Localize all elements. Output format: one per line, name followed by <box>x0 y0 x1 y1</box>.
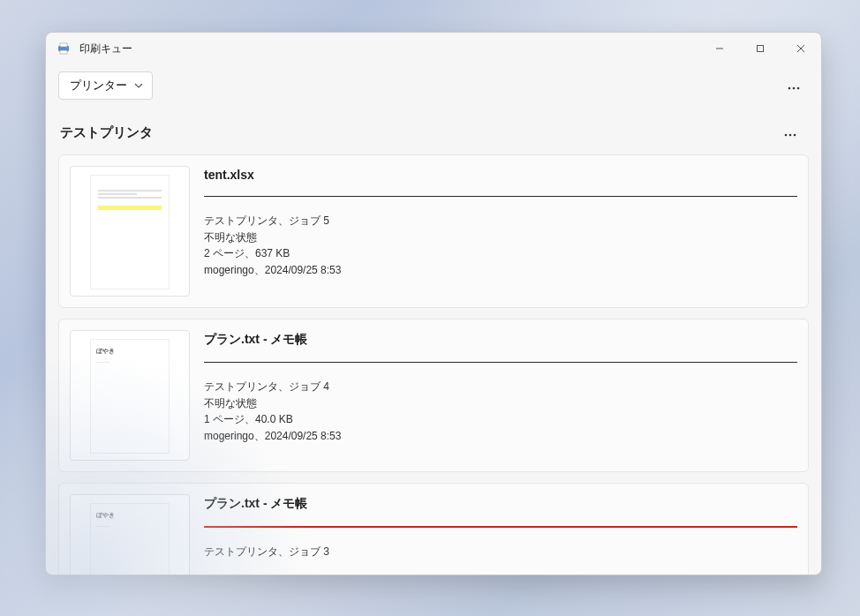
close-button[interactable] <box>781 33 821 64</box>
print-queue-window: 印刷キュー プリンター テストプリンタ <box>45 32 822 575</box>
job-body: プラン.txt - メモ帳テストプリンタ、ジョブ 4不明な状態1 ページ、40.… <box>204 330 797 461</box>
svg-point-3 <box>66 47 68 49</box>
svg-rect-1 <box>60 43 67 47</box>
toolbar-more-button[interactable] <box>779 72 809 99</box>
job-filename: プラン.txt - メモ帳 <box>204 494 797 512</box>
chevron-down-icon <box>134 79 143 93</box>
titlebar[interactable]: 印刷キュー <box>46 33 821 64</box>
svg-point-11 <box>785 134 788 137</box>
printer-dropdown[interactable]: プリンター <box>58 71 153 100</box>
job-pages-size: 1 ページ、40.0 KB <box>204 411 797 428</box>
job-thumbnail: ぼやき........ <box>70 494 190 575</box>
svg-point-10 <box>797 87 800 90</box>
job-separator <box>204 196 797 197</box>
job-printer-line: テストプリンタ、ジョブ 5 <box>204 213 797 229</box>
job-owner-time: mogeringo、2024/09/25 8:53 <box>204 262 797 279</box>
job-owner-time: mogeringo、2024/09/25 8:53 <box>204 428 797 445</box>
job-thumbnail <box>70 166 190 297</box>
job-card[interactable]: ぼやき........プラン.txt - メモ帳テストプリンタ、ジョブ 4不明な… <box>58 319 809 472</box>
printer-section-header: テストプリンタ <box>46 103 821 154</box>
ellipsis-icon <box>784 124 796 140</box>
job-filename: プラン.txt - メモ帳 <box>204 330 797 348</box>
window-controls <box>699 33 821 64</box>
job-card[interactable]: tent.xlsxテストプリンタ、ジョブ 5不明な状態2 ページ、637 KBm… <box>58 154 809 308</box>
job-pages-size: 2 ページ、637 KB <box>204 245 797 262</box>
svg-rect-5 <box>758 46 764 52</box>
job-separator <box>204 362 797 363</box>
svg-point-13 <box>794 134 796 137</box>
maximize-button[interactable] <box>740 33 781 64</box>
printer-dropdown-label: プリンター <box>70 78 127 94</box>
svg-point-12 <box>789 134 792 137</box>
job-body: tent.xlsxテストプリンタ、ジョブ 5不明な状態2 ページ、637 KBm… <box>204 166 797 297</box>
window-title: 印刷キュー <box>79 41 132 56</box>
job-list[interactable]: tent.xlsxテストプリンタ、ジョブ 5不明な状態2 ページ、637 KBm… <box>46 154 821 575</box>
toolbar: プリンター <box>46 64 821 103</box>
job-meta: テストプリンタ、ジョブ 3 <box>204 544 797 560</box>
svg-point-9 <box>793 87 796 90</box>
job-filename: tent.xlsx <box>204 166 797 182</box>
job-thumbnail: ぼやき........ <box>70 330 190 461</box>
job-card[interactable]: ぼやき........プラン.txt - メモ帳テストプリンタ、ジョブ 3 <box>58 483 809 575</box>
printer-app-icon <box>57 41 71 56</box>
svg-rect-2 <box>60 50 67 54</box>
job-printer-line: テストプリンタ、ジョブ 4 <box>204 379 797 395</box>
ellipsis-icon <box>788 78 800 94</box>
printer-more-button[interactable] <box>775 119 805 146</box>
minimize-button[interactable] <box>699 33 740 64</box>
job-meta: テストプリンタ、ジョブ 5不明な状態2 ページ、637 KBmogeringo、… <box>204 213 797 278</box>
job-status: 不明な状態 <box>204 395 797 412</box>
job-printer-line: テストプリンタ、ジョブ 3 <box>204 544 797 560</box>
printer-name: テストプリンタ <box>60 124 153 141</box>
job-separator <box>204 526 797 528</box>
job-meta: テストプリンタ、ジョブ 4不明な状態1 ページ、40.0 KBmogeringo… <box>204 379 797 444</box>
job-body: プラン.txt - メモ帳テストプリンタ、ジョブ 3 <box>204 494 797 575</box>
job-status: 不明な状態 <box>204 229 797 246</box>
svg-point-8 <box>788 87 791 90</box>
